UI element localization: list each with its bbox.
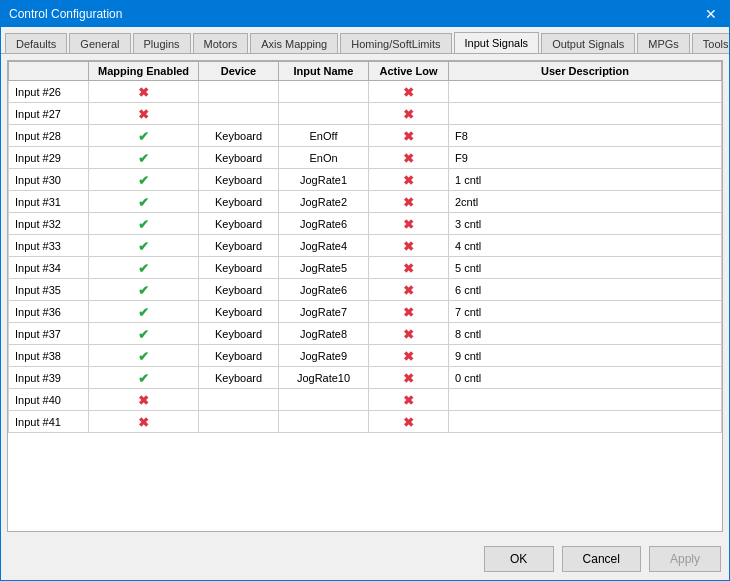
cell-inputname: JogRate10 [279,367,369,389]
cell-mapping[interactable] [89,191,199,213]
x-icon [137,393,151,407]
cell-desc: 8 cntl [449,323,722,345]
cell-activelow[interactable] [369,389,449,411]
table-row[interactable]: Input #29KeyboardEnOnF9 [9,147,722,169]
table-row[interactable]: Input #40 [9,389,722,411]
cell-desc: 9 cntl [449,345,722,367]
check-icon [137,349,151,363]
table-row[interactable]: Input #28KeyboardEnOffF8 [9,125,722,147]
cell-mapping[interactable] [89,389,199,411]
cell-activelow[interactable] [369,279,449,301]
cell-desc: 7 cntl [449,301,722,323]
cell-activelow[interactable] [369,213,449,235]
tab-homing[interactable]: Homing/SoftLimits [340,33,451,54]
table-scroll[interactable]: Mapping Enabled Device Input Name Active… [8,61,722,531]
cell-label: Input #35 [9,279,89,301]
close-button[interactable]: ✕ [701,6,721,22]
cell-label: Input #31 [9,191,89,213]
table-row[interactable]: Input #35KeyboardJogRate66 cntl [9,279,722,301]
cell-inputname: EnOn [279,147,369,169]
cell-activelow[interactable] [369,323,449,345]
tab-input-signals[interactable]: Input Signals [454,32,540,54]
table-row[interactable]: Input #34KeyboardJogRate55 cntl [9,257,722,279]
x-icon [402,151,416,165]
apply-button[interactable]: Apply [649,546,721,572]
table-row[interactable]: Input #36KeyboardJogRate77 cntl [9,301,722,323]
cell-inputname: JogRate4 [279,235,369,257]
tab-plugins[interactable]: Plugins [133,33,191,54]
cell-mapping[interactable] [89,103,199,125]
cell-mapping[interactable] [89,169,199,191]
cell-activelow[interactable] [369,235,449,257]
cell-label: Input #27 [9,103,89,125]
cell-label: Input #37 [9,323,89,345]
table-row[interactable]: Input #27 [9,103,722,125]
tab-tools[interactable]: Tools [692,33,729,54]
x-icon [402,107,416,121]
cell-activelow[interactable] [369,345,449,367]
col-header-mapping: Mapping Enabled [89,62,199,81]
cell-mapping[interactable] [89,147,199,169]
cell-mapping[interactable] [89,257,199,279]
table-row[interactable]: Input #32KeyboardJogRate63 cntl [9,213,722,235]
tab-defaults[interactable]: Defaults [5,33,67,54]
cell-mapping[interactable] [89,367,199,389]
cell-label: Input #26 [9,81,89,103]
table-row[interactable]: Input #33KeyboardJogRate44 cntl [9,235,722,257]
cell-device [199,81,279,103]
cell-mapping[interactable] [89,345,199,367]
cell-activelow[interactable] [369,125,449,147]
ok-button[interactable]: OK [484,546,554,572]
cell-activelow[interactable] [369,367,449,389]
col-header-label [9,62,89,81]
tab-axis-mapping[interactable]: Axis Mapping [250,33,338,54]
table-row[interactable]: Input #26 [9,81,722,103]
cell-activelow[interactable] [369,257,449,279]
cell-activelow[interactable] [369,191,449,213]
content-area: Mapping Enabled Device Input Name Active… [1,54,729,538]
cell-mapping[interactable] [89,213,199,235]
cell-device: Keyboard [199,279,279,301]
x-icon [402,349,416,363]
cell-mapping[interactable] [89,279,199,301]
cell-activelow[interactable] [369,81,449,103]
cell-activelow[interactable] [369,147,449,169]
cell-mapping[interactable] [89,235,199,257]
bottom-bar: OK Cancel Apply [1,538,729,580]
cell-activelow[interactable] [369,169,449,191]
cell-activelow[interactable] [369,411,449,433]
cell-device: Keyboard [199,147,279,169]
cancel-button[interactable]: Cancel [562,546,641,572]
table-row[interactable]: Input #38KeyboardJogRate99 cntl [9,345,722,367]
cell-mapping[interactable] [89,81,199,103]
tab-mpgs[interactable]: MPGs [637,33,690,54]
tab-motors[interactable]: Motors [193,33,249,54]
x-icon [402,217,416,231]
cell-desc: 1 cntl [449,169,722,191]
check-icon [137,371,151,385]
tab-output-signals[interactable]: Output Signals [541,33,635,54]
tabs-bar: Defaults General Plugins Motors Axis Map… [1,27,729,54]
cell-mapping[interactable] [89,301,199,323]
table-row[interactable]: Input #30KeyboardJogRate11 cntl [9,169,722,191]
check-icon [137,261,151,275]
table-row[interactable]: Input #41 [9,411,722,433]
cell-device: Keyboard [199,301,279,323]
cell-inputname: JogRate8 [279,323,369,345]
table-row[interactable]: Input #39KeyboardJogRate100 cntl [9,367,722,389]
table-row[interactable]: Input #31KeyboardJogRate22cntl [9,191,722,213]
cell-activelow[interactable] [369,301,449,323]
cell-activelow[interactable] [369,103,449,125]
cell-inputname: JogRate9 [279,345,369,367]
cell-mapping[interactable] [89,125,199,147]
tab-general[interactable]: General [69,33,130,54]
cell-inputname [279,411,369,433]
cell-mapping[interactable] [89,411,199,433]
cell-device [199,389,279,411]
x-icon [137,85,151,99]
cell-desc: 3 cntl [449,213,722,235]
cell-label: Input #33 [9,235,89,257]
check-icon [137,195,151,209]
cell-mapping[interactable] [89,323,199,345]
table-row[interactable]: Input #37KeyboardJogRate88 cntl [9,323,722,345]
